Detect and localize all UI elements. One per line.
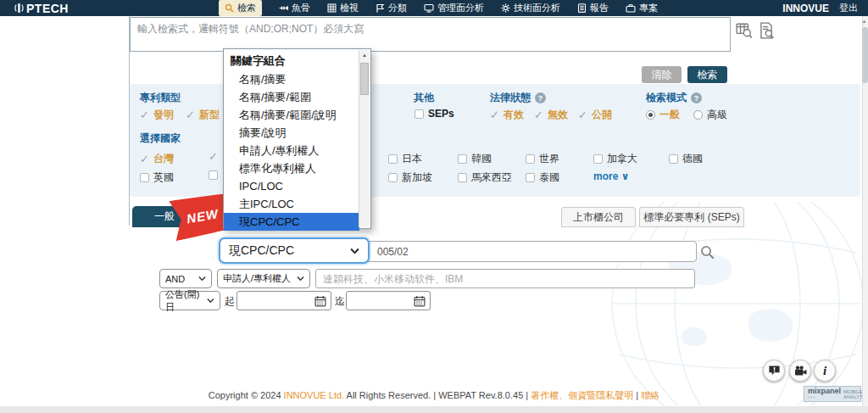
query-input[interactable] (130, 17, 731, 52)
checkbox-country-partial[interactable]: ✓ (209, 152, 222, 161)
check-icon: ✓ (140, 110, 149, 120)
nav-item-project[interactable]: 專案 (626, 2, 658, 14)
video-camera-icon (794, 366, 807, 377)
dropdown-option[interactable]: 名稱/摘要 (224, 70, 359, 88)
row3-date-type-select[interactable]: 公告(開)日 (159, 291, 220, 310)
dropdown-option[interactable]: 主IPC/LOC (224, 195, 359, 213)
row1-field-select[interactable]: 現CPC/CPC (219, 237, 370, 264)
radio-advanced[interactable]: 高級 (693, 108, 727, 122)
check-icon: ✓ (140, 154, 149, 164)
checkbox-uk[interactable]: 英國 (140, 170, 174, 185)
checkbox-invalid[interactable]: ✓ 無效 (534, 108, 568, 122)
row2-value-input[interactable] (315, 269, 695, 288)
checkbox-world[interactable]: 世界 (526, 152, 559, 166)
date-from-label: 起 (225, 294, 235, 309)
nav-item-admin-analysis[interactable]: 管理面分析 (424, 2, 484, 14)
checkbox-icon (388, 154, 398, 164)
checkbox-valid[interactable]: ✓ 有效 (490, 108, 524, 122)
company-link[interactable]: INNOVUE Ltd. (284, 390, 345, 400)
nav-item-view[interactable]: 檢視 (327, 2, 359, 14)
checkbox-icon (593, 154, 603, 164)
keyword-combination-dropdown: 關鍵字組合 名稱/摘要 名稱/摘要/範圍 名稱/摘要/範圍/說明 摘要/說明 申… (223, 48, 371, 229)
check-icon: ✓ (534, 110, 543, 120)
help-icon[interactable]: ? (691, 92, 702, 103)
nav-item-fishbone[interactable]: 魚骨 (279, 2, 310, 14)
checkbox-canada[interactable]: 加拿大 (593, 152, 637, 166)
contact-link[interactable]: 聯絡 (641, 390, 659, 400)
dropdown-option-selected[interactable]: 現CPC/CPC (224, 213, 359, 231)
dropdown-scrollbar[interactable]: ▲ (359, 50, 370, 227)
checkbox-malaysia[interactable]: 馬來西亞 (458, 170, 512, 185)
checkbox-thailand[interactable]: 泰國 (526, 170, 559, 185)
nav-right: INNOVUE 登出 (782, 0, 858, 16)
footer: Copyright © 2024 INNOVUE Ltd. All Rights… (0, 389, 868, 402)
tab-listed-companies[interactable]: 上市櫃公司 (561, 207, 636, 227)
top-navbar: PTECH 檢索 魚骨 檢視 分類 管理面分析 技術面分析 報告 (0, 0, 868, 16)
row2-operator-select[interactable]: AND (159, 269, 212, 288)
feedback-button[interactable] (763, 360, 785, 382)
bottom-strip (0, 406, 868, 413)
logout-link[interactable]: 登出 (839, 2, 858, 14)
select-value: 公告(開)日 (165, 288, 207, 314)
grid-icon (327, 3, 337, 13)
legal-status-title: 法律狀態 ? (490, 91, 546, 105)
checkbox-korea[interactable]: 韓國 (458, 152, 492, 166)
dropdown-option[interactable]: 名稱/摘要/範圍/說明 (224, 106, 359, 124)
radio-icon (693, 110, 703, 120)
nav-item-classify[interactable]: 分類 (376, 2, 407, 14)
date-from-input[interactable] (236, 291, 331, 310)
tab-seps[interactable]: 標準必要專利 (SEPs) (639, 207, 744, 227)
tab-label: 標準必要專利 (SEPs) (643, 210, 739, 225)
nav-item-search[interactable]: 檢索 (219, 0, 262, 16)
mixpanel-badge[interactable]: mixpanel••• MOBILE ANALYTICS (804, 386, 861, 402)
checkbox-taiwan[interactable]: ✓ 台灣 (140, 152, 174, 166)
dropdown-option[interactable]: 摘要/說明 (224, 124, 359, 142)
more-countries-link[interactable]: more ∨ (593, 170, 629, 182)
country-title: 選擇國家 (140, 131, 181, 146)
dropdown-option[interactable]: 申請人/專利權人 (224, 142, 359, 159)
checkbox-singapore[interactable]: 新加坡 (388, 170, 432, 185)
checkbox-icon (209, 170, 218, 180)
checkbox-icon (388, 173, 398, 182)
checkbox-japan[interactable]: 日本 (388, 152, 422, 166)
logo[interactable]: PTECH (14, 2, 69, 15)
nav-label: 報告 (590, 2, 609, 14)
table-search-icon[interactable] (736, 22, 753, 39)
checkbox-utility-model[interactable]: ✓ 新型 (186, 108, 220, 122)
checkbox-invention[interactable]: ✓ 發明 (140, 108, 174, 122)
radio-icon (646, 110, 655, 120)
nav-item-report[interactable]: 報告 (577, 2, 609, 14)
scrollbar-thumb[interactable] (360, 63, 369, 95)
scroll-up-icon[interactable]: ▲ (359, 50, 370, 61)
checkbox-icon (526, 173, 535, 182)
checkbox-seps[interactable]: SEPs (415, 108, 454, 120)
fishbone-icon (279, 3, 288, 13)
info-button[interactable]: i (814, 360, 836, 382)
dropdown-option[interactable]: IPC/LOC (224, 177, 359, 195)
checkbox-country-partial[interactable] (209, 170, 222, 180)
chevron-down-icon (207, 298, 214, 304)
nav-item-tech-analysis[interactable]: 技術面分析 (501, 2, 560, 14)
scroll-up-icon[interactable]: ▲ (860, 17, 868, 25)
privacy-link[interactable]: 著作權、個資暨隱私聲明 (531, 390, 633, 400)
checkbox-icon (458, 154, 467, 164)
feedback-icon (768, 365, 781, 377)
search-button[interactable]: 檢索 (687, 66, 727, 83)
video-button[interactable] (789, 360, 811, 382)
dropdown-option[interactable]: 名稱/摘要/範圍 (224, 88, 359, 106)
copyright-text: Copyright © 2024 (209, 390, 284, 400)
radio-general[interactable]: 一般 (646, 108, 680, 122)
row2-field-select[interactable]: 申請人/專利權人 (217, 269, 310, 288)
date-to-input[interactable] (346, 291, 431, 310)
help-icon[interactable]: ? (535, 92, 546, 103)
clear-button[interactable]: 清除 (642, 66, 682, 83)
info-icon: i (823, 364, 826, 378)
row1-search-icon[interactable] (700, 245, 715, 260)
brand-name: INNOVUE (782, 3, 829, 14)
page-scrollbar-thumb[interactable] (862, 27, 868, 83)
document-search-icon[interactable] (758, 22, 775, 39)
checkbox-published[interactable]: ✓ 公開 (578, 108, 612, 122)
checkbox-germany[interactable]: 德國 (669, 152, 703, 166)
nav-label: 檢視 (340, 2, 359, 14)
dropdown-option[interactable]: 標準化專利權人 (224, 159, 359, 177)
